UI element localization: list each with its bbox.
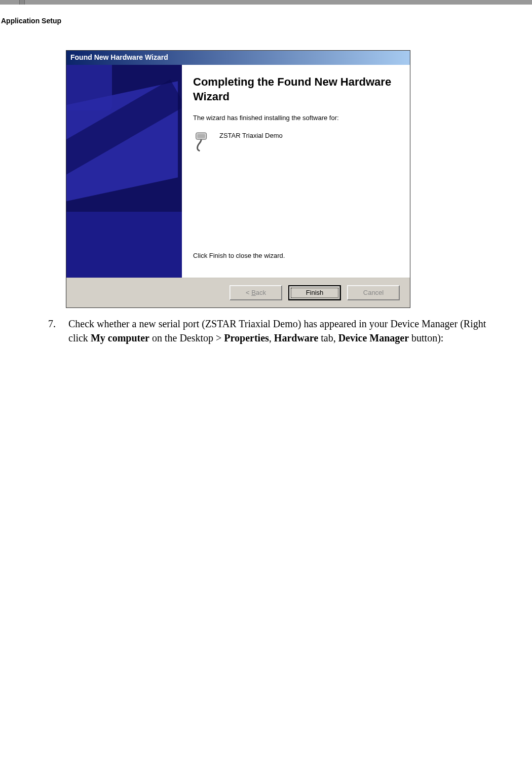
section-header: Application Setup — [1, 17, 532, 25]
device-row: ZSTAR Triaxial Demo — [193, 132, 401, 153]
step-text: Check whether a new serial port (ZSTAR T… — [68, 317, 502, 345]
back-button: < Back — [230, 285, 282, 300]
cancel-button: Cancel — [347, 285, 400, 300]
top-scrollbar — [0, 0, 532, 5]
wizard-dialog: Found New Hardware Wizard Completing the… — [66, 50, 410, 308]
wizard-intro-text: The wizard has finished installing the s… — [193, 114, 401, 122]
wizard-close-instruction: Click Finish to close the wizard. — [193, 252, 401, 259]
finish-button[interactable]: Finish — [288, 285, 341, 300]
step-number: 7. — [48, 317, 61, 345]
wizard-titlebar: Found New Hardware Wizard — [66, 51, 410, 65]
serial-port-icon — [193, 132, 212, 153]
wizard-heading: Completing the Found New Hardware Wizard — [193, 75, 401, 104]
device-name: ZSTAR Triaxial Demo — [219, 132, 283, 139]
step-7: 7. Check whether a new serial port (ZSTA… — [48, 317, 502, 345]
svg-rect-1 — [198, 134, 205, 138]
wizard-sidebar-graphic — [66, 65, 182, 278]
